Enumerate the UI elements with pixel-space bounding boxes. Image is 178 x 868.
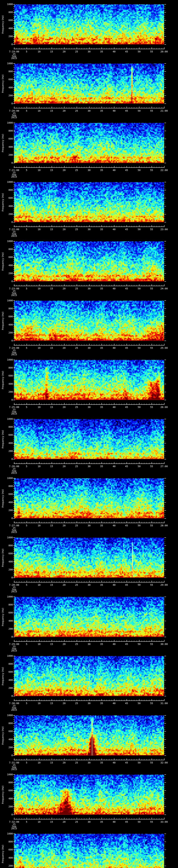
y-tick-label: 200 [0,509,13,512]
y-tick-label: 600 [0,848,13,851]
date-line: 2015 [6,353,22,355]
y-tick-label: 0 [0,43,13,45]
y-tick-label: 1000 [0,62,13,65]
y-tick-label: 600 [0,493,13,495]
y-tick-label: 1000 [0,714,13,716]
y-tick-label: 400 [0,383,13,385]
y-tick-label: 1000 [0,832,13,835]
y-tick-label: 200 [0,272,13,275]
x-end-tick-label: 23:00 [156,228,172,230]
frequency-axis-label: Frequency (Hz) [1,134,4,152]
date-line: 2015 [6,709,22,711]
x-end-tick-label: 21:00 [156,110,172,112]
y-tick-label: 200 [0,627,13,630]
y-tick-label: 1000 [0,359,13,361]
y-tick-label: 0 [0,754,13,756]
frequency-axis-label: Frequency (Hz) [1,549,4,567]
y-tick-label: 800 [0,248,13,250]
x-end-tick-label: 32:00 [156,762,172,764]
y-tick-label: 400 [0,797,13,800]
y-tick-label: 400 [0,27,13,30]
x-end-tick-label: 28:00 [156,524,172,527]
y-tick-label: 800 [0,367,13,369]
date-line: 2015 [6,590,22,592]
y-tick-label: 800 [0,485,13,487]
y-tick-label: 0 [0,399,13,401]
y-tick-label: 600 [0,19,13,21]
y-tick-label: 400 [0,442,13,444]
date-line: 2015 [6,413,22,415]
spectrogram-panel: Frequency (Hz)020040060080010007:33:0051… [0,830,178,868]
y-tick-label: 800 [0,426,13,428]
frequency-axis-label: Frequency (Hz) [1,785,4,804]
spectrogram-panel: Frequency (Hz)020040060080010007:28:0051… [0,533,178,593]
y-tick-label: 200 [0,746,13,749]
spectrogram-panel: Frequency (Hz)020040060080010007:24:0051… [0,296,178,356]
frequency-axis-label: Frequency (Hz) [1,608,4,626]
spectrogram-panel: Frequency (Hz)020040060080010007:32:0051… [0,770,178,830]
y-tick-label: 1000 [0,3,13,5]
y-tick-label: 800 [0,189,13,191]
y-tick-label: 600 [0,374,13,377]
date-line: 2015 [6,768,22,770]
y-tick-label: 1000 [0,595,13,598]
y-tick-label: 200 [0,391,13,393]
y-tick-label: 200 [0,568,13,571]
spectrogram-panel: Frequency (Hz)020040060080010007:26:0051… [0,415,178,474]
y-tick-label: 0 [0,458,13,460]
frequency-axis-label: Frequency (Hz) [1,312,4,330]
y-tick-label: 600 [0,197,13,199]
y-tick-label: 400 [0,857,13,859]
y-tick-label: 600 [0,671,13,673]
y-tick-label: 1000 [0,181,13,183]
y-tick-label: 800 [0,544,13,547]
spectrogram-panel: Frequency (Hz)020040060080010007:29:0051… [0,592,178,652]
spectrogram-panel: Frequency (Hz)020040060080010007:31:0051… [0,711,178,770]
date-line: 2015 [6,176,22,178]
y-tick-label: 600 [0,256,13,258]
frequency-axis-label: Frequency (Hz) [1,193,4,212]
date-line: 2015 [6,472,22,474]
y-tick-label: 1000 [0,655,13,657]
y-tick-label: 600 [0,434,13,436]
y-tick-label: 1000 [0,122,13,124]
y-tick-label: 200 [0,865,13,867]
y-tick-label: 0 [0,280,13,282]
date-line: 2015 [6,531,22,533]
y-tick-label: 400 [0,560,13,563]
y-tick-label: 800 [0,70,13,72]
y-tick-label: 400 [0,86,13,89]
y-tick-label: 200 [0,35,13,37]
spectrogram-panel: Frequency (Hz)020040060080010007:23:0051… [0,237,178,296]
y-tick-label: 400 [0,146,13,148]
frequency-axis-label: Frequency (Hz) [1,845,4,863]
y-tick-label: 800 [0,722,13,724]
spectrogram-panel: Frequency (Hz)020040060080010007:19:0051… [0,0,178,59]
y-tick-label: 800 [0,603,13,606]
x-end-tick-label: 27:00 [156,465,172,467]
x-end-tick-label: 33:00 [156,820,172,823]
spectrogram-panel: Frequency (Hz)020040060080010007:25:0051… [0,355,178,415]
y-tick-label: 1000 [0,477,13,479]
y-tick-label: 800 [0,781,13,784]
y-tick-label: 800 [0,11,13,13]
spectrogram-panel: Frequency (Hz)020040060080010007:22:0051… [0,178,178,237]
y-tick-label: 1000 [0,773,13,776]
spectrogram-canvas [0,830,178,868]
y-tick-label: 400 [0,264,13,267]
date-line: 2015 [6,650,22,652]
y-tick-label: 1000 [0,299,13,302]
y-tick-label: 1000 [0,240,13,242]
y-tick-label: 0 [0,813,13,816]
y-tick-label: 400 [0,205,13,207]
x-end-tick-label: 25:00 [156,347,172,349]
x-end-tick-label: 26:00 [156,406,172,408]
y-tick-label: 400 [0,501,13,503]
y-tick-label: 600 [0,612,13,614]
y-tick-label: 0 [0,636,13,638]
y-tick-label: 0 [0,517,13,519]
y-tick-label: 800 [0,129,13,132]
frequency-axis-label: Frequency (Hz) [1,252,4,271]
spectrogram-panel: Frequency (Hz)020040060080010007:27:0051… [0,474,178,533]
frequency-axis-label: Frequency (Hz) [1,667,4,685]
